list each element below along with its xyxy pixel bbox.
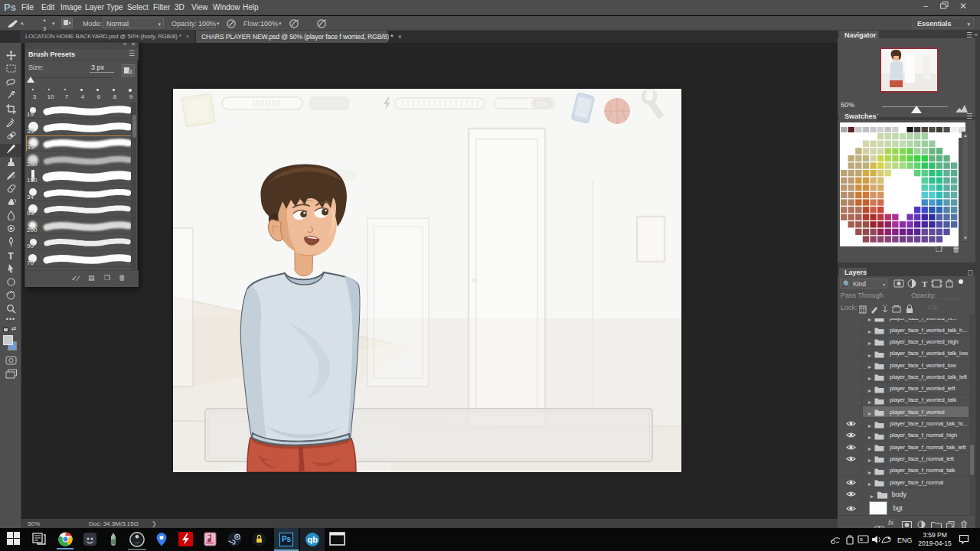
svg-text:qb: qb bbox=[308, 535, 318, 544]
svg-text:100: 100 bbox=[535, 100, 547, 108]
svg-text:T: T bbox=[922, 279, 932, 289]
svg-text:B: B bbox=[860, 537, 863, 542]
